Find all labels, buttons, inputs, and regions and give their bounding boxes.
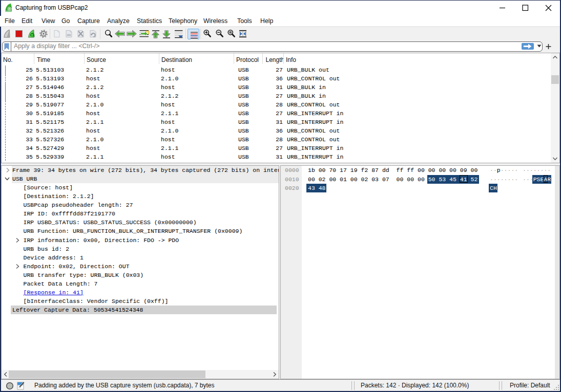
svg-text:010: 010: [67, 34, 71, 36]
